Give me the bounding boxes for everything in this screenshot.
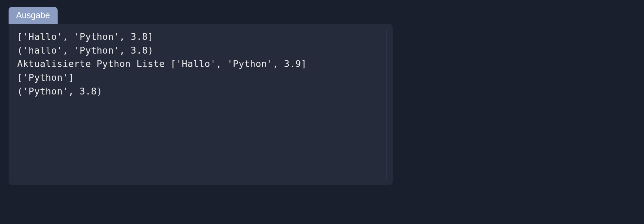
output-panel: ['Hallo', 'Python', 3.8] ('hallo', 'Pyth… [9, 24, 393, 185]
panel-divider [386, 30, 387, 179]
output-line: ['Hallo', 'Python', 3.8] [17, 30, 384, 44]
output-container: Ausgabe ['Hallo', 'Python', 3.8] ('hallo… [9, 7, 393, 185]
output-tab[interactable]: Ausgabe [9, 7, 58, 24]
output-line: ['Python'] [17, 71, 384, 85]
output-line: ('Python', 3.8) [17, 85, 384, 98]
output-line: ('hallo', 'Python', 3.8) [17, 44, 384, 57]
output-line: Aktualisierte Python Liste ['Hallo', 'Py… [17, 57, 384, 71]
